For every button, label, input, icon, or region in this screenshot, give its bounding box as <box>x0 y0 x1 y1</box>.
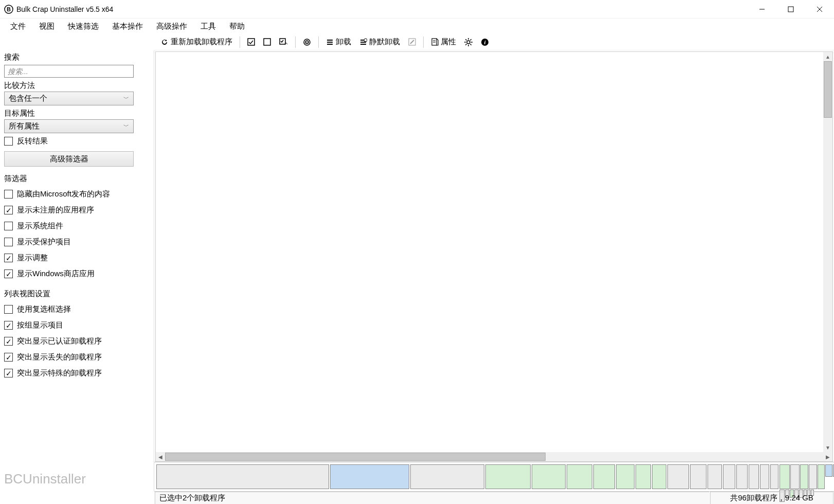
listview-checkbox-2[interactable]: ✓ <box>4 337 13 346</box>
treemap-block[interactable] <box>532 464 566 489</box>
treemap-block[interactable] <box>800 464 808 489</box>
uninstall-icon <box>326 38 334 46</box>
scroll-right-icon[interactable]: ▶ <box>823 452 832 461</box>
filter-label-2: 显示系统组件 <box>17 221 63 231</box>
content-area: ▲ ▼ ◀ ▶ <box>154 50 834 462</box>
vertical-scrollbar[interactable]: ▲ ▼ <box>823 52 832 452</box>
window-title: Bulk Crap Uninstaller v5.5 x64 <box>16 5 113 13</box>
close-button[interactable] <box>805 0 834 18</box>
menu-basic[interactable]: 基本操作 <box>106 20 149 33</box>
settings-button[interactable] <box>461 37 476 48</box>
horizontal-scrollbar[interactable]: ◀ ▶ <box>156 452 832 461</box>
treemap-block[interactable] <box>723 464 735 489</box>
listview-checkbox-0[interactable] <box>4 305 13 314</box>
treemap-block[interactable] <box>410 464 484 489</box>
menu-tools[interactable]: 工具 <box>194 20 222 33</box>
check-all-button[interactable] <box>244 37 258 47</box>
silent-uninstall-button[interactable]: 静默卸载 <box>356 35 403 48</box>
treemap-block[interactable] <box>636 464 651 489</box>
treemap-block[interactable] <box>708 464 722 489</box>
info-button[interactable]: i <box>478 37 492 48</box>
treemap-block[interactable] <box>616 464 634 489</box>
compare-label: 比较方法 <box>4 81 150 91</box>
reload-label: 重新加载卸载程序 <box>171 37 232 47</box>
listview-checkbox-4[interactable]: ✓ <box>4 369 13 377</box>
minimize-button[interactable] <box>748 0 776 18</box>
treemap-block[interactable] <box>485 464 531 489</box>
info-icon: i <box>481 38 489 46</box>
gear-icon <box>464 38 473 46</box>
target-button[interactable] <box>300 37 314 48</box>
treemap-block[interactable] <box>809 464 817 489</box>
filter-label-0: 隐藏由Microsoft发布的内容 <box>17 189 110 199</box>
app-icon: B <box>4 5 13 14</box>
treemap-block[interactable] <box>770 464 778 489</box>
scroll-up-icon[interactable]: ▲ <box>823 52 832 61</box>
compare-combo[interactable]: 包含任一个 ﹀ <box>4 92 134 105</box>
advanced-filter-button[interactable]: 高级筛选器 <box>4 151 134 167</box>
silent-label: 静默卸载 <box>369 37 400 47</box>
watermark: BCUninstaller <box>0 471 154 491</box>
listview-label-3: 突出显示丢失的卸载程序 <box>17 352 102 362</box>
treemap-block[interactable] <box>749 464 759 489</box>
reload-button[interactable]: 重新加载卸载程序 <box>157 35 235 48</box>
search-input[interactable] <box>4 65 134 78</box>
menu-quickfilter[interactable]: 快速筛选 <box>62 20 105 33</box>
svg-line-22 <box>465 39 466 40</box>
filter-label-5: 显示Windows商店应用 <box>17 269 95 279</box>
uncheck-all-icon <box>263 38 271 46</box>
target-label: 目标属性 <box>4 109 150 118</box>
treemap-block[interactable] <box>567 464 592 489</box>
filter-checkbox-2[interactable] <box>4 222 13 230</box>
filter-label-4: 显示调整 <box>17 253 48 263</box>
treemap-block[interactable] <box>760 464 769 489</box>
toolbar: 重新加载卸载程序 卸载 静默卸载 属性 <box>154 34 834 50</box>
treemap-block[interactable] <box>736 464 748 489</box>
uncheck-all-button[interactable] <box>260 37 274 47</box>
invert-label: 反转结果 <box>17 136 48 146</box>
menu-view[interactable]: 视图 <box>33 20 61 33</box>
treemap-block[interactable] <box>790 464 800 489</box>
target-value: 所有属性 <box>9 121 40 131</box>
listview-label-2: 突出显示已认证卸载程序 <box>17 336 102 346</box>
treemap-block[interactable] <box>779 464 790 489</box>
scroll-down-icon[interactable]: ▼ <box>823 443 832 452</box>
filter-checkbox-5[interactable]: ✓ <box>4 269 13 278</box>
vscroll-thumb[interactable] <box>824 61 832 118</box>
invert-checkbox[interactable] <box>4 137 13 146</box>
properties-button[interactable]: 属性 <box>428 35 459 48</box>
treemap-block[interactable] <box>825 464 832 477</box>
menu-file[interactable]: 文件 <box>4 20 32 33</box>
toggle-check-icon <box>279 38 288 46</box>
treemap-block[interactable] <box>818 464 825 489</box>
filter-checkbox-1[interactable]: ✓ <box>4 206 13 214</box>
treemap-block[interactable] <box>690 464 706 489</box>
listview-checkbox-3[interactable]: ✓ <box>4 353 13 362</box>
check-all-icon <box>247 38 255 46</box>
treemap-row <box>154 462 834 491</box>
menu-help[interactable]: 帮助 <box>223 20 251 33</box>
listview-checkbox-1[interactable]: ✓ <box>4 321 13 330</box>
properties-label: 属性 <box>441 37 456 47</box>
treemap[interactable] <box>154 462 834 491</box>
treemap-block[interactable] <box>330 464 409 489</box>
target-icon <box>303 38 311 46</box>
modify-button[interactable] <box>405 37 419 47</box>
treemap-block[interactable] <box>667 464 689 489</box>
treemap-block[interactable] <box>593 464 615 489</box>
treemap-block[interactable] <box>156 464 329 489</box>
modify-icon <box>408 38 416 46</box>
filter-checkbox-4[interactable]: ✓ <box>4 254 13 262</box>
toggle-check-button[interactable] <box>276 37 291 47</box>
list-area[interactable]: ▲ ▼ ◀ ▶ <box>155 51 833 462</box>
hscroll-thumb[interactable] <box>165 453 546 461</box>
filter-checkbox-3[interactable] <box>4 238 13 246</box>
target-combo[interactable]: 所有属性 ﹀ <box>4 119 134 133</box>
scroll-left-icon[interactable]: ◀ <box>156 452 165 461</box>
filter-checkbox-0[interactable] <box>4 190 13 199</box>
maximize-button[interactable] <box>776 0 805 18</box>
status-selected: 已选中2个卸载程序 <box>155 492 709 505</box>
treemap-block[interactable] <box>652 464 666 489</box>
menu-advanced[interactable]: 高级操作 <box>150 20 193 33</box>
uninstall-button[interactable]: 卸载 <box>323 35 354 48</box>
